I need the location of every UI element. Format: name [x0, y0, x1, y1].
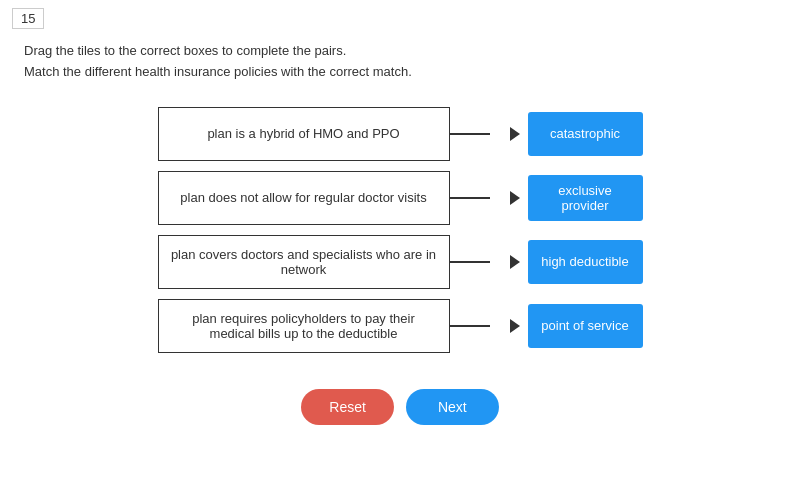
right-box-4[interactable]: point of service — [528, 304, 643, 348]
left-box-1[interactable]: plan is a hybrid of HMO and PPO — [158, 107, 450, 161]
instruction-line2: Match the different health insurance pol… — [24, 62, 776, 83]
pair-row-4: plan requires policyholders to pay their… — [158, 299, 643, 353]
pair-row-3: plan covers doctors and specialists who … — [158, 235, 643, 289]
left-box-2[interactable]: plan does not allow for regular doctor v… — [158, 171, 450, 225]
reset-button[interactable]: Reset — [301, 389, 394, 425]
left-box-3[interactable]: plan covers doctors and specialists who … — [158, 235, 450, 289]
pair-row-1: plan is a hybrid of HMO and PPO catastro… — [158, 107, 643, 161]
left-box-4[interactable]: plan requires policyholders to pay their… — [158, 299, 450, 353]
next-button[interactable]: Next — [406, 389, 499, 425]
pairs-container: plan is a hybrid of HMO and PPO catastro… — [0, 107, 800, 353]
action-buttons: Reset Next — [0, 389, 800, 425]
arrowhead-4 — [510, 319, 520, 333]
arrowhead-3 — [510, 255, 520, 269]
arrow-1 — [450, 133, 510, 135]
arrowhead-2 — [510, 191, 520, 205]
arrowhead-1 — [510, 127, 520, 141]
instruction-line1: Drag the tiles to the correct boxes to c… — [24, 41, 776, 62]
arrow-3 — [450, 261, 510, 263]
pair-row-2: plan does not allow for regular doctor v… — [158, 171, 643, 225]
arrow-2 — [450, 197, 510, 199]
right-box-3[interactable]: high deductible — [528, 240, 643, 284]
right-box-1[interactable]: catastrophic — [528, 112, 643, 156]
right-box-2[interactable]: exclusive provider — [528, 175, 643, 221]
arrow-4 — [450, 325, 510, 327]
question-number-badge: 15 — [12, 8, 44, 29]
